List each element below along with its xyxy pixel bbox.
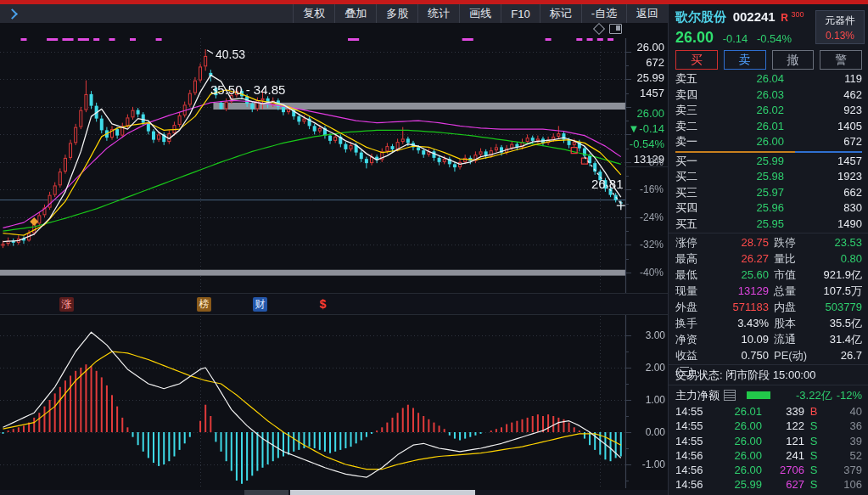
tick-row: 14:5526.01339B40: [669, 404, 868, 419]
price-change: -0.14: [723, 32, 748, 45]
ask-levels: 卖五26.04119 卖四26.03462 卖三26.02923 卖二26.01…: [669, 71, 868, 150]
bid-row-3[interactable]: 买三25.97662: [669, 185, 868, 201]
mini-bid-price: 25.99: [625, 71, 664, 84]
bid4-price: 25.96: [711, 200, 784, 217]
tab-money[interactable]: $: [316, 297, 330, 312]
cancel-order-button[interactable]: 撤: [772, 50, 815, 70]
stock-name: 歌尔股份: [675, 9, 726, 24]
toolbar-button-overlay[interactable]: 叠加: [334, 4, 376, 23]
sell-button[interactable]: 卖: [724, 50, 766, 70]
chart-horizontal-scrollbar[interactable]: [0, 490, 668, 495]
tab-finance[interactable]: 财: [253, 297, 267, 312]
ask2-volume: 1405: [784, 119, 862, 135]
current-volume-label: 现量: [675, 283, 709, 299]
toolbar-button-f10[interactable]: F10: [501, 4, 539, 23]
quote-header: 歌尔股份 002241 R 300 26.00 -0.14 -0.54% 元器件…: [669, 4, 868, 47]
chart-region: 40.53 35.50 - 34.85 26.81 26.00 672 25.9…: [0, 23, 668, 495]
bid-row-5[interactable]: 买五25.951490: [669, 217, 868, 233]
tick-time: 14:56: [675, 477, 713, 492]
tick-count: 36: [823, 419, 862, 433]
candlestick-macd-chart-canvas[interactable]: [0, 23, 668, 495]
ask5-label: 卖五: [675, 71, 711, 87]
ask4-label: 卖四: [675, 87, 711, 104]
bid4-volume: 830: [784, 200, 862, 217]
macd-axis-label-2: 2.00: [624, 362, 665, 374]
tick-direction: B: [804, 404, 823, 419]
toolbar-button-statistics[interactable]: 统计: [417, 4, 459, 23]
ask-row-4[interactable]: 卖四26.03462: [669, 87, 868, 104]
bid3-price: 25.97: [711, 185, 784, 201]
tick-price: 25.99: [713, 477, 762, 492]
ask-row-3[interactable]: 卖三26.02923: [669, 103, 868, 119]
total-volume-value: 107.5万: [803, 283, 862, 299]
bid2-price: 25.98: [711, 169, 784, 185]
chart-bottom-tabs: 涨 榜 财 $: [0, 293, 668, 315]
main-toolbar: 复权 叠加 多股 统计 画线 F10 标记 -自选 返回: [0, 4, 668, 24]
peak-price-annotation: 40.53: [216, 48, 245, 61]
share-capital-label: 股本: [769, 315, 803, 331]
current-volume-value: 13129: [709, 283, 769, 299]
limit-down-label: 跌停: [769, 234, 803, 250]
macd-axis-label-5: -1.00: [624, 458, 665, 470]
ask1-price: 26.00: [711, 134, 784, 150]
tick-direction: S: [804, 477, 823, 492]
high-label: 最高: [675, 250, 709, 267]
tab-leaderboard[interactable]: 榜: [197, 297, 211, 312]
macd-axis-label-1: 3.00: [624, 329, 665, 341]
ask-row-1[interactable]: 卖一26.00672: [669, 134, 868, 150]
net-assets-label: 净资: [675, 331, 709, 347]
bid-row-1[interactable]: 买一25.991457: [669, 154, 868, 170]
stats-row-high: 最高26.27量比0.80: [669, 250, 868, 267]
toolbar-button-mark[interactable]: 标记: [540, 4, 581, 23]
bid1-label: 买一: [675, 154, 711, 170]
toolbar-button-multi-stock[interactable]: 多股: [376, 4, 417, 23]
total-volume-label: 总量: [769, 283, 803, 299]
detail-list-icon[interactable]: [724, 390, 736, 401]
bid-row-4[interactable]: 买四25.96830: [669, 200, 868, 217]
scrollbar-thumb[interactable]: [290, 490, 475, 495]
ask2-price: 26.01: [711, 119, 784, 135]
toolbar-button-draw-line[interactable]: 画线: [459, 4, 501, 23]
turnover-value: 3.43%: [709, 315, 769, 331]
tick-volume: 122: [762, 419, 804, 433]
bid-row-2[interactable]: 买二25.981923: [669, 169, 868, 185]
scrollbar-block[interactable]: [244, 490, 288, 495]
gap-zone-annotation: 35.50 - 34.85: [210, 82, 285, 97]
tab-quote-rank[interactable]: 涨: [59, 297, 74, 312]
tick-row: 14:5526.00121S39: [669, 434, 868, 448]
stats-block: 涨停28.75跌停23.53 最高26.27量比0.80 最低25.60市值92…: [669, 234, 868, 363]
ask-row-2[interactable]: 卖二26.011405: [669, 119, 868, 135]
tick-count: 39: [823, 434, 862, 448]
ask3-label: 卖三: [675, 103, 711, 119]
sector-box[interactable]: 元器件 0.13%: [815, 10, 865, 44]
tick-row: 14:5526.00122S36: [669, 419, 868, 433]
buy-button[interactable]: 买: [675, 50, 718, 70]
toolbar-button-back[interactable]: 返回: [626, 4, 668, 23]
macd-axis-label-3: 1.00: [624, 394, 665, 406]
bid4-label: 买四: [675, 200, 711, 217]
bid1-price: 25.99: [711, 154, 784, 170]
toolbar-button-restoration[interactable]: 复权: [293, 4, 334, 23]
tick-time: 14:55: [675, 419, 713, 433]
outer-lots-label: 外盘: [675, 299, 709, 315]
tick-list[interactable]: 14:5526.01339B40 14:5526.00122S36 14:552…: [669, 404, 868, 492]
collapse-chevron-icon[interactable]: [7, 8, 18, 20]
main-flow-value: -3.22亿: [796, 386, 832, 404]
toolbar-button-remove-watchlist[interactable]: -自选: [581, 4, 626, 23]
stats-row-eps: 收益(三)0.750PE(动)26.7: [669, 347, 868, 363]
ask-row-5[interactable]: 卖五26.04119: [669, 71, 868, 87]
split-window-icon[interactable]: [609, 24, 622, 34]
tick-count: 106: [823, 477, 862, 492]
trade-buttons-row: 买 卖 撤 警: [669, 47, 868, 71]
bid1-volume: 1457: [784, 154, 862, 170]
limit-up-label: 涨停: [675, 234, 709, 250]
stats-row-networth: 净资10.09流通31.4亿: [669, 331, 868, 347]
flow-gauge-bar: [747, 391, 770, 399]
alert-button[interactable]: 警: [820, 50, 862, 70]
market-cap-label: 市值: [769, 267, 803, 283]
tick-row: 14:5626.002706S379: [669, 463, 868, 477]
bid2-volume: 1923: [784, 169, 862, 185]
ask2-label: 卖二: [675, 119, 711, 135]
ask3-price: 26.02: [711, 103, 784, 119]
bid5-label: 买五: [675, 217, 711, 233]
